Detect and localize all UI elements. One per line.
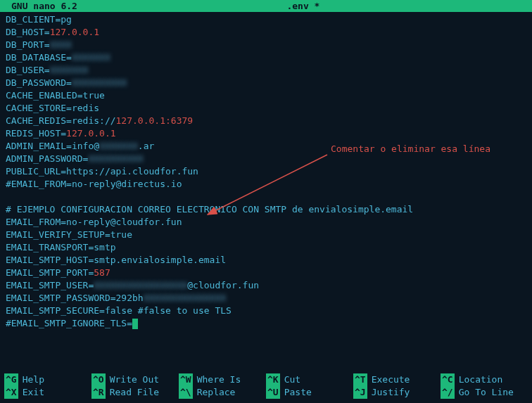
help-item-exit[interactable]: ^XExit — [4, 386, 91, 399]
help-item-whereis[interactable]: ^WWhere Is — [179, 373, 266, 386]
help-item-readfile[interactable]: ^RRead File — [91, 386, 179, 399]
title-bar: GNU nano 6.2 .env * — [0, 0, 532, 12]
help-item-location[interactable]: ^CLocation — [441, 373, 528, 386]
file-name: .env * — [77, 1, 529, 11]
help-item-gotoline[interactable]: ^/Go To Line — [441, 386, 528, 399]
help-item-writeout[interactable]: ^OWrite Out — [91, 373, 179, 386]
help-item-execute[interactable]: ^TExecute — [353, 373, 441, 386]
editor-content[interactable]: DB_CLIENT=pg DB_HOST=127.0.0.1 DB_PORT=X… — [0, 12, 532, 331]
help-item-paste[interactable]: ^UPaste — [266, 386, 353, 399]
cursor — [132, 319, 138, 329]
help-bar: ^GHelp ^OWrite Out ^WWhere Is ^KCut ^TEx… — [0, 372, 532, 403]
help-item-replace[interactable]: ^\Replace — [179, 386, 266, 399]
app-name: GNU nano 6.2 — [3, 1, 77, 11]
help-item-justify[interactable]: ^JJustify — [353, 386, 441, 399]
help-item-cut[interactable]: ^KCut — [266, 373, 353, 386]
help-item-help[interactable]: ^GHelp — [4, 373, 91, 386]
annotation-text: Comentar o eliminar esa línea — [331, 143, 490, 154]
